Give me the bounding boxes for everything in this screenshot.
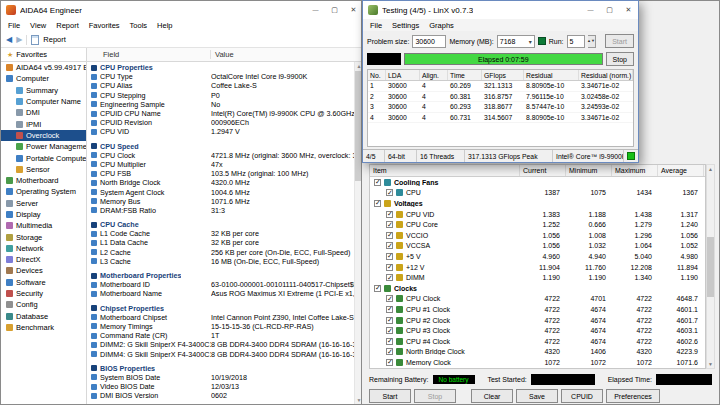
sidebar-item[interactable]: Overclock	[1, 130, 86, 141]
sensor-checkbox[interactable]	[386, 221, 393, 228]
sensor-checkbox[interactable]	[386, 253, 393, 260]
info-row[interactable]: CPU Multiplier 47x	[87, 160, 354, 169]
info-row[interactable]: CPU Properties	[87, 63, 354, 72]
stability-button[interactable]: CPUID	[561, 389, 603, 403]
info-row[interactable]: Motherboard Chipset Intel Cannon Point Z…	[87, 313, 354, 322]
info-row[interactable]: CPU Alias Coffee Lake-S	[87, 81, 354, 90]
info-row[interactable]: CPU Clock 4721.8 MHz (original: 3600 MHz…	[87, 151, 354, 160]
sensor-row[interactable]: North Bridge Clock 4320 1406 4320 4223.9	[370, 347, 705, 358]
sidebar-item[interactable]: Software	[1, 277, 86, 288]
info-row[interactable]	[87, 137, 354, 141]
stop-button[interactable]: Stop	[606, 52, 634, 66]
info-row[interactable]: North Bridge Clock 4320.0 MHz	[87, 178, 354, 187]
column-residual-norm[interactable]: Residual (norm.)	[579, 70, 633, 80]
sidebar-item[interactable]: DirectX	[1, 254, 86, 265]
sidebar-item[interactable]: Display	[1, 209, 86, 220]
run-count-input[interactable]: 5	[567, 35, 585, 48]
sensor-row[interactable]: +5 V 4.960 4.940 5.040 4.980	[370, 251, 705, 262]
info-row[interactable]: BIOS Properties	[87, 364, 354, 373]
sensor-scrollbar[interactable]: ▲ ▼	[706, 164, 715, 369]
column-header-value[interactable]: Value	[211, 50, 363, 59]
sensor-row[interactable]: CPU #4 Clock 4722 4674 4722 4602.6	[370, 336, 705, 347]
sensor-checkbox[interactable]	[386, 295, 393, 302]
sidebar-item[interactable]: Computer	[1, 73, 86, 84]
sensor-checkbox[interactable]	[374, 200, 381, 207]
info-row[interactable]: Memory Bus 1071.6 MHz	[87, 197, 354, 206]
minimize-button-icon[interactable]	[306, 1, 325, 19]
sensor-row[interactable]: Cooling Fans	[370, 177, 705, 188]
info-row[interactable]: CPUID CPU Name Intel(R) Core(TM) i9-9900…	[87, 109, 354, 118]
sensor-row[interactable]: Clocks	[370, 283, 705, 294]
sidebar-item[interactable]: AIDA64 v5.99.4917 Beta	[1, 62, 86, 73]
sensor-checkbox[interactable]	[386, 264, 393, 271]
sidebar-item[interactable]: Storage	[1, 231, 86, 242]
info-row[interactable]: System Agent Clock 1004.6 MHz	[87, 187, 354, 196]
column-maximum[interactable]: Maximum	[612, 165, 658, 176]
result-row[interactable]: 2 30600 4 60.381 316.8757 7.96115e-10 3.…	[368, 92, 633, 103]
column-header-field[interactable]: Field	[87, 50, 211, 59]
column-time[interactable]: Time	[448, 70, 482, 80]
sensor-checkbox[interactable]	[386, 338, 393, 345]
stability-button[interactable]: Clear	[471, 389, 513, 403]
sensor-checkbox[interactable]	[386, 348, 393, 355]
back-icon[interactable]: ◀	[6, 36, 12, 44]
sensor-checkbox[interactable]	[386, 359, 393, 366]
sensor-row[interactable]: Voltages	[370, 198, 705, 209]
sensor-checkbox[interactable]	[386, 274, 393, 281]
sensor-row[interactable]: DIMM 1.190 1.190 1.340 1.190	[370, 272, 705, 283]
column-current[interactable]: Current	[520, 165, 566, 176]
scroll-down-icon[interactable]: ▼	[708, 361, 713, 367]
column-no[interactable]: No.	[368, 70, 386, 80]
menu-item[interactable]: Settings	[387, 21, 424, 30]
sensor-row[interactable]: CPU 1387 1075 1434 1367	[370, 188, 705, 199]
sidebar-item[interactable]: Security	[1, 288, 86, 299]
sensor-checkbox[interactable]	[386, 211, 393, 218]
tab-favorites[interactable]: ★ Favorites	[1, 48, 87, 61]
sidebar-item[interactable]: DMI	[1, 107, 86, 118]
stability-button[interactable]: Stop	[414, 389, 456, 403]
info-row[interactable]: L3 Cache 16 MB (On-Die, ECC, Full-Speed)	[87, 257, 354, 266]
info-row[interactable]: Motherboard Properties	[87, 271, 354, 280]
sensor-checkbox[interactable]	[386, 317, 393, 324]
column-residual[interactable]: Residual	[524, 70, 579, 80]
info-row[interactable]: Memory Timings 15-15-15-36 (CL-RCD-RP-RA…	[87, 322, 354, 331]
column-item[interactable]: Item	[370, 165, 520, 176]
info-row[interactable]	[87, 299, 354, 303]
info-row[interactable]: CPU Cache	[87, 220, 354, 229]
sidebar-item[interactable]: Database	[1, 311, 86, 322]
sensor-checkbox[interactable]	[374, 285, 381, 292]
menu-item[interactable]: Favorites	[84, 21, 125, 30]
sensor-checkbox[interactable]	[386, 242, 393, 249]
sensor-row[interactable]: VCCSA 1.056 1.032 1.064 1.052	[370, 241, 705, 252]
info-row[interactable]: CPU Stepping P0	[87, 91, 354, 100]
sensor-checkbox[interactable]	[386, 306, 393, 313]
info-row[interactable]: CPU Speed	[87, 142, 354, 151]
scrollbar-thumb[interactable]	[707, 237, 714, 297]
info-row[interactable]: Motherboard ID 63-0100-000001-00101111-0…	[87, 280, 354, 289]
info-row[interactable]: CPU VID 1.2947 V	[87, 127, 354, 136]
column-align[interactable]: Align.	[420, 70, 448, 80]
menu-item[interactable]: Tools	[125, 21, 153, 30]
info-row[interactable]: Chipset Properties	[87, 304, 354, 313]
maximize-button-icon[interactable]	[600, 1, 619, 19]
info-row[interactable]: CPU Type OctalCore Intel Core i9-9900K	[87, 72, 354, 81]
info-row[interactable]: DIMM4: G Skill SniperX F4-3400C16-8GSXW …	[87, 349, 354, 358]
sidebar-item[interactable]: Multimedia	[1, 220, 86, 231]
menu-item[interactable]: File	[365, 21, 387, 30]
sidebar-item[interactable]: IPMI	[1, 118, 86, 129]
info-row[interactable]	[87, 359, 354, 363]
info-row[interactable]: DRAM:FSB Ratio 31:3	[87, 206, 354, 215]
sidebar-item[interactable]: Power Management	[1, 141, 86, 152]
sidebar-item[interactable]: Devices	[1, 265, 86, 276]
column-lda[interactable]: LDA	[386, 70, 420, 80]
sensor-row[interactable]: CPU #2 Clock 4722 4674 4722 4601.7	[370, 315, 705, 326]
sensor-row[interactable]: Memory Clock 1072 1072 1072 1071.6	[370, 357, 705, 368]
menu-item[interactable]: View	[25, 21, 51, 30]
info-row[interactable]: Engineering Sample No	[87, 100, 354, 109]
info-row[interactable]: CPUID Revision 000906ECh	[87, 118, 354, 127]
sensor-row[interactable]: CPU #3 Clock 4722 4674 4722 4603.1	[370, 325, 705, 336]
sensor-row[interactable]: CPU VID 1.383 1.188 1.438 1.317	[370, 209, 705, 220]
info-row[interactable]: L2 Cache 256 KB per core (On-Die, ECC, F…	[87, 248, 354, 257]
minimize-button-icon[interactable]	[581, 1, 600, 19]
sensor-checkbox[interactable]	[386, 232, 393, 239]
